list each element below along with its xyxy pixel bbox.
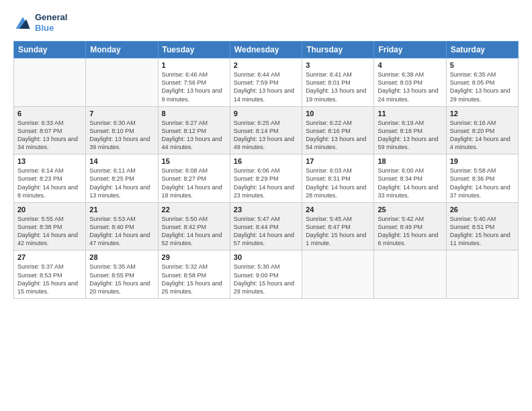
day-number: 13 xyxy=(17,157,82,165)
day-number: 27 xyxy=(17,253,82,261)
logo-text: General Blue xyxy=(35,12,67,33)
calendar-day-cell: 9Sunrise: 6:25 AM Sunset: 8:14 PM Daylig… xyxy=(230,106,302,154)
calendar-day-cell: 5Sunrise: 6:35 AM Sunset: 8:05 PM Daylig… xyxy=(446,58,518,107)
day-info: Sunrise: 6:33 AM Sunset: 8:07 PM Dayligh… xyxy=(17,119,82,152)
day-number: 23 xyxy=(234,205,298,214)
calendar-day-cell: 28Sunrise: 5:35 AM Sunset: 8:55 PM Dayli… xyxy=(86,250,158,299)
day-number: 20 xyxy=(17,205,82,214)
day-number: 24 xyxy=(306,205,370,214)
day-info: Sunrise: 5:50 AM Sunset: 8:42 PM Dayligh… xyxy=(162,215,226,248)
day-number: 8 xyxy=(162,109,226,118)
day-number: 9 xyxy=(234,109,298,118)
calendar-day-cell xyxy=(14,58,86,107)
calendar-day-cell: 6Sunrise: 6:33 AM Sunset: 8:07 PM Daylig… xyxy=(14,106,86,154)
day-info: Sunrise: 5:47 AM Sunset: 8:44 PM Dayligh… xyxy=(234,215,298,248)
day-info: Sunrise: 6:38 AM Sunset: 8:03 PM Dayligh… xyxy=(378,71,442,103)
day-info: Sunrise: 5:32 AM Sunset: 8:58 PM Dayligh… xyxy=(162,263,226,295)
calendar-table: SundayMondayTuesdayWednesdayThursdayFrid… xyxy=(13,41,519,299)
weekday-header-tuesday: Tuesday xyxy=(158,42,230,58)
day-info: Sunrise: 5:53 AM Sunset: 8:40 PM Dayligh… xyxy=(89,215,154,248)
day-info: Sunrise: 6:19 AM Sunset: 8:18 PM Dayligh… xyxy=(378,119,442,152)
day-number: 6 xyxy=(17,109,82,118)
day-number: 18 xyxy=(378,157,442,165)
day-info: Sunrise: 6:16 AM Sunset: 8:20 PM Dayligh… xyxy=(450,119,515,152)
calendar-day-cell: 21Sunrise: 5:53 AM Sunset: 8:40 PM Dayli… xyxy=(86,202,158,250)
day-info: Sunrise: 6:11 AM Sunset: 8:25 PM Dayligh… xyxy=(89,167,154,199)
day-number: 11 xyxy=(378,109,442,118)
day-info: Sunrise: 6:30 AM Sunset: 8:10 PM Dayligh… xyxy=(89,119,154,152)
calendar-day-cell: 12Sunrise: 6:16 AM Sunset: 8:20 PM Dayli… xyxy=(446,106,518,154)
day-number: 30 xyxy=(234,253,298,261)
day-number: 14 xyxy=(89,157,154,165)
day-info: Sunrise: 5:58 AM Sunset: 8:36 PM Dayligh… xyxy=(450,167,515,199)
day-info: Sunrise: 6:00 AM Sunset: 8:34 PM Dayligh… xyxy=(378,167,442,199)
calendar-day-cell: 27Sunrise: 5:37 AM Sunset: 8:53 PM Dayli… xyxy=(14,250,86,299)
weekday-header-wednesday: Wednesday xyxy=(230,42,302,58)
calendar-day-cell: 19Sunrise: 5:58 AM Sunset: 8:36 PM Dayli… xyxy=(446,154,518,203)
calendar-day-cell xyxy=(446,250,518,299)
logo: General Blue xyxy=(13,12,67,33)
day-info: Sunrise: 5:30 AM Sunset: 9:00 PM Dayligh… xyxy=(234,263,298,295)
weekday-header-thursday: Thursday xyxy=(302,42,374,58)
calendar-day-cell: 16Sunrise: 6:06 AM Sunset: 8:29 PM Dayli… xyxy=(230,154,302,203)
calendar-day-cell: 25Sunrise: 5:42 AM Sunset: 8:49 PM Dayli… xyxy=(374,202,446,250)
day-info: Sunrise: 6:35 AM Sunset: 8:05 PM Dayligh… xyxy=(450,71,515,103)
calendar-day-cell: 26Sunrise: 5:40 AM Sunset: 8:51 PM Dayli… xyxy=(446,202,518,250)
calendar-day-cell: 17Sunrise: 6:03 AM Sunset: 8:31 PM Dayli… xyxy=(302,154,374,203)
calendar-day-cell xyxy=(86,58,158,107)
day-info: Sunrise: 5:45 AM Sunset: 8:47 PM Dayligh… xyxy=(306,215,370,248)
day-info: Sunrise: 6:08 AM Sunset: 8:27 PM Dayligh… xyxy=(162,167,226,199)
calendar-day-cell: 23Sunrise: 5:47 AM Sunset: 8:44 PM Dayli… xyxy=(230,202,302,250)
calendar-day-cell: 11Sunrise: 6:19 AM Sunset: 8:18 PM Dayli… xyxy=(374,106,446,154)
day-number: 17 xyxy=(306,157,370,165)
day-number: 4 xyxy=(378,61,442,69)
day-number: 5 xyxy=(450,61,515,69)
weekday-header-friday: Friday xyxy=(374,42,446,58)
calendar-day-cell: 29Sunrise: 5:32 AM Sunset: 8:58 PM Dayli… xyxy=(158,250,230,299)
day-info: Sunrise: 5:35 AM Sunset: 8:55 PM Dayligh… xyxy=(89,263,154,295)
day-info: Sunrise: 5:42 AM Sunset: 8:49 PM Dayligh… xyxy=(378,215,442,248)
calendar-day-cell: 30Sunrise: 5:30 AM Sunset: 9:00 PM Dayli… xyxy=(230,250,302,299)
logo-icon xyxy=(13,13,32,32)
calendar-week-row-5: 27Sunrise: 5:37 AM Sunset: 8:53 PM Dayli… xyxy=(14,250,519,299)
weekday-header-monday: Monday xyxy=(86,42,158,58)
day-info: Sunrise: 6:06 AM Sunset: 8:29 PM Dayligh… xyxy=(234,167,298,199)
day-number: 22 xyxy=(162,205,226,214)
calendar-day-cell: 3Sunrise: 6:41 AM Sunset: 8:01 PM Daylig… xyxy=(302,58,374,107)
day-info: Sunrise: 6:25 AM Sunset: 8:14 PM Dayligh… xyxy=(234,119,298,152)
page: General Blue SundayMondayTuesdayWednesda… xyxy=(0,0,532,411)
day-info: Sunrise: 6:44 AM Sunset: 7:59 PM Dayligh… xyxy=(234,71,298,103)
day-info: Sunrise: 6:03 AM Sunset: 8:31 PM Dayligh… xyxy=(306,167,370,199)
day-info: Sunrise: 6:14 AM Sunset: 8:23 PM Dayligh… xyxy=(17,167,82,199)
day-number: 19 xyxy=(450,157,515,165)
calendar-day-cell: 18Sunrise: 6:00 AM Sunset: 8:34 PM Dayli… xyxy=(374,154,446,203)
calendar-day-cell xyxy=(374,250,446,299)
day-number: 16 xyxy=(234,157,298,165)
day-info: Sunrise: 6:41 AM Sunset: 8:01 PM Dayligh… xyxy=(306,71,370,103)
day-number: 1 xyxy=(162,61,226,69)
calendar-day-cell: 22Sunrise: 5:50 AM Sunset: 8:42 PM Dayli… xyxy=(158,202,230,250)
day-number: 29 xyxy=(162,253,226,261)
day-info: Sunrise: 5:40 AM Sunset: 8:51 PM Dayligh… xyxy=(450,215,515,248)
calendar-day-cell xyxy=(302,250,374,299)
calendar-day-cell: 7Sunrise: 6:30 AM Sunset: 8:10 PM Daylig… xyxy=(86,106,158,154)
calendar-day-cell: 8Sunrise: 6:27 AM Sunset: 8:12 PM Daylig… xyxy=(158,106,230,154)
day-info: Sunrise: 6:22 AM Sunset: 8:16 PM Dayligh… xyxy=(306,119,370,152)
weekday-header-row: SundayMondayTuesdayWednesdayThursdayFrid… xyxy=(14,42,519,58)
day-number: 2 xyxy=(234,61,298,69)
calendar-day-cell: 13Sunrise: 6:14 AM Sunset: 8:23 PM Dayli… xyxy=(14,154,86,203)
day-number: 25 xyxy=(378,205,442,214)
calendar-day-cell: 1Sunrise: 6:46 AM Sunset: 7:56 PM Daylig… xyxy=(158,58,230,107)
weekday-header-sunday: Sunday xyxy=(14,42,86,58)
calendar-day-cell: 24Sunrise: 5:45 AM Sunset: 8:47 PM Dayli… xyxy=(302,202,374,250)
calendar-day-cell: 4Sunrise: 6:38 AM Sunset: 8:03 PM Daylig… xyxy=(374,58,446,107)
day-number: 3 xyxy=(306,61,370,69)
day-info: Sunrise: 5:55 AM Sunset: 8:38 PM Dayligh… xyxy=(17,215,82,248)
day-info: Sunrise: 6:46 AM Sunset: 7:56 PM Dayligh… xyxy=(162,71,226,103)
day-number: 21 xyxy=(89,205,154,214)
calendar-day-cell: 2Sunrise: 6:44 AM Sunset: 7:59 PM Daylig… xyxy=(230,58,302,107)
day-number: 26 xyxy=(450,205,515,214)
calendar-day-cell: 14Sunrise: 6:11 AM Sunset: 8:25 PM Dayli… xyxy=(86,154,158,203)
calendar-week-row-4: 20Sunrise: 5:55 AM Sunset: 8:38 PM Dayli… xyxy=(14,202,519,250)
day-number: 12 xyxy=(450,109,515,118)
